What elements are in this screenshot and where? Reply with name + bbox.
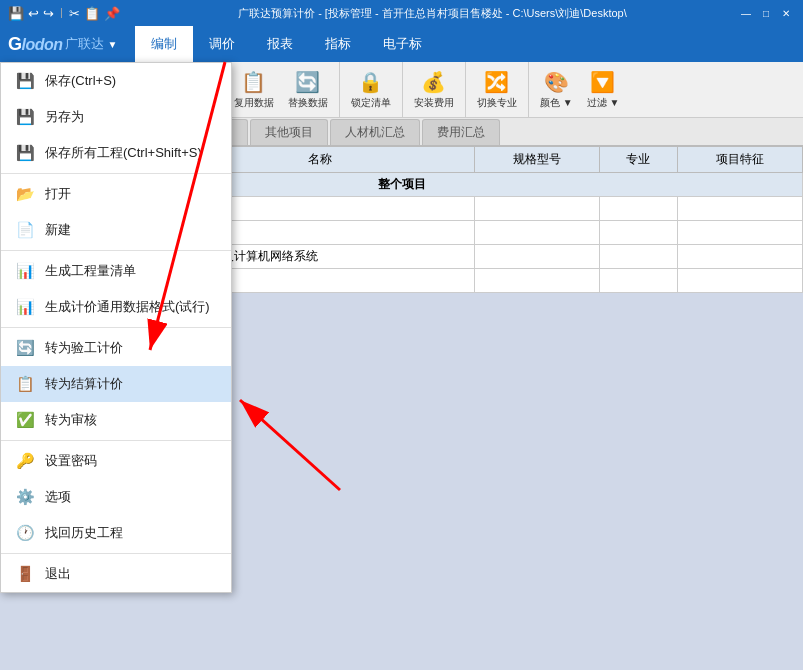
divider: | — [60, 6, 63, 21]
gen-list-label: 生成工程量清单 — [45, 262, 136, 280]
menu-convert-settle[interactable]: 📋 转为结算计价 — [1, 366, 231, 402]
new-label: 新建 — [45, 221, 71, 239]
new-icon: 📄 — [15, 220, 35, 240]
menu-history[interactable]: 🕐 找回历史工程 — [1, 515, 231, 551]
set-password-label: 设置密码 — [45, 452, 97, 470]
open-icon: 📂 — [15, 184, 35, 204]
maximize-button[interactable]: □ — [757, 4, 775, 22]
menu-save-all[interactable]: 💾 保存所有工程(Ctrl+Shift+S) — [1, 135, 231, 171]
convert-audit-icon: ✅ — [15, 410, 35, 430]
replace-icon: 🔄 — [295, 70, 320, 94]
paste-icon[interactable]: 📌 — [104, 6, 120, 21]
cell-spec — [474, 197, 599, 221]
undo-icon[interactable]: ↩ — [28, 6, 39, 21]
menu-item-etender[interactable]: 电子标 — [367, 26, 438, 62]
cell-feature — [678, 269, 803, 293]
title-bar-controls[interactable]: — □ ✕ — [737, 4, 795, 22]
menu-convert-audit[interactable]: ✅ 转为审核 — [1, 402, 231, 438]
open-label: 打开 — [45, 185, 71, 203]
menu-item-index[interactable]: 指标 — [309, 26, 367, 62]
menu-convert-verify[interactable]: 🔄 转为验工计价 — [1, 330, 231, 366]
menu-item-edit[interactable]: 编制 — [135, 26, 193, 62]
color-icon: 🎨 — [544, 70, 569, 94]
copy-icon[interactable]: 📋 — [84, 6, 100, 21]
cell-feature — [678, 245, 803, 269]
menu-exit[interactable]: 🚪 退出 — [1, 556, 231, 592]
menu-bar: Glodon 广联达 ▼ 编制 调价 报表 指标 电子标 — [0, 26, 803, 62]
filter-button[interactable]: 🔽 过滤 ▼ — [580, 66, 627, 114]
save-all-label: 保存所有工程(Ctrl+Shift+S) — [45, 144, 202, 162]
menu-gen-list[interactable]: 📊 生成工程量清单 — [1, 253, 231, 289]
close-button[interactable]: ✕ — [777, 4, 795, 22]
replace-data-button[interactable]: 🔄 替换数据 — [281, 66, 335, 114]
color-button[interactable]: 🎨 颜色 ▼ — [533, 66, 580, 114]
set-password-icon: 🔑 — [15, 451, 35, 471]
toolbar-group-install: 💰 安装费用 — [403, 62, 466, 117]
exit-label: 退出 — [45, 565, 71, 583]
divider-4 — [1, 440, 231, 441]
switch-label: 切换专业 — [477, 96, 517, 110]
minimize-button[interactable]: — — [737, 4, 755, 22]
title-bar-icons[interactable]: 💾 ↩ ↪ | ✂ 📋 📌 — [8, 6, 120, 21]
convert-verify-label: 转为验工计价 — [45, 339, 123, 357]
save-all-icon: 💾 — [15, 143, 35, 163]
options-label: 选项 — [45, 488, 71, 506]
filter-label: 过滤 ▼ — [587, 96, 620, 110]
menu-options[interactable]: ⚙️ 选项 — [1, 479, 231, 515]
convert-verify-icon: 🔄 — [15, 338, 35, 358]
install-icon: 💰 — [421, 70, 446, 94]
menu-item-report[interactable]: 报表 — [251, 26, 309, 62]
install-label: 安装费用 — [414, 96, 454, 110]
tab-other-items[interactable]: 其他项目 — [250, 119, 328, 145]
cell-spec — [474, 245, 599, 269]
title-bar-text: 广联达预算计价 - [投标管理 - 首开住总肖村项目售楼处 - C:\Users… — [128, 6, 737, 21]
menu-new[interactable]: 📄 新建 — [1, 212, 231, 248]
lock-label: 锁定清单 — [351, 96, 391, 110]
filter-icon: 🔽 — [590, 70, 615, 94]
switch-icon: 🔀 — [484, 70, 509, 94]
cell-spec — [474, 269, 599, 293]
lock-icon: 🔒 — [358, 70, 383, 94]
cell-prof — [599, 197, 678, 221]
col-header-feature: 项目特征 — [678, 147, 803, 173]
divider-2 — [1, 250, 231, 251]
convert-settle-label: 转为结算计价 — [45, 375, 123, 393]
redo-icon[interactable]: ↪ — [43, 6, 54, 21]
cell-prof — [599, 221, 678, 245]
menu-item-price[interactable]: 调价 — [193, 26, 251, 62]
reuse-data-button[interactable]: 📋 复用数据 — [227, 66, 281, 114]
cut-icon[interactable]: ✂ — [69, 6, 80, 21]
cell-prof — [599, 245, 678, 269]
tab-labor-material[interactable]: 人材机汇总 — [330, 119, 420, 145]
menu-open[interactable]: 📂 打开 — [1, 176, 231, 212]
toolbar-group-switch: 🔀 切换专业 — [466, 62, 529, 117]
dropdown-menu: 💾 保存(Ctrl+S) 💾 另存为 💾 保存所有工程(Ctrl+Shift+S… — [0, 62, 232, 593]
tab-cost-summary[interactable]: 费用汇总 — [422, 119, 500, 145]
save-menu-icon: 💾 — [15, 71, 35, 91]
color-label: 颜色 ▼ — [540, 96, 573, 110]
convert-settle-icon: 📋 — [15, 374, 35, 394]
reuse-icon: 📋 — [241, 70, 266, 94]
cell-feature — [678, 197, 803, 221]
logo-dropdown-icon[interactable]: ▼ — [108, 39, 118, 50]
menu-save[interactable]: 💾 保存(Ctrl+S) — [1, 63, 231, 99]
save-menu-label: 保存(Ctrl+S) — [45, 72, 116, 90]
logo-brand: Glodon — [8, 34, 63, 55]
menu-items: 编制 调价 报表 指标 电子标 — [135, 26, 438, 62]
cell-spec — [474, 221, 599, 245]
save-as-icon: 💾 — [15, 107, 35, 127]
menu-gen-format[interactable]: 📊 生成计价通用数据格式(试行) — [1, 289, 231, 325]
lock-bill-button[interactable]: 🔒 锁定清单 — [344, 66, 398, 114]
cell-prof — [599, 269, 678, 293]
save-icon[interactable]: 💾 — [8, 6, 24, 21]
menu-save-as[interactable]: 💾 另存为 — [1, 99, 231, 135]
exit-icon: 🚪 — [15, 564, 35, 584]
history-icon: 🕐 — [15, 523, 35, 543]
title-bar: 💾 ↩ ↪ | ✂ 📋 📌 广联达预算计价 - [投标管理 - 首开住总肖村项目… — [0, 0, 803, 26]
reuse-label: 复用数据 — [234, 96, 274, 110]
gen-format-label: 生成计价通用数据格式(试行) — [45, 298, 210, 316]
install-cost-button[interactable]: 💰 安装费用 — [407, 66, 461, 114]
switch-prof-button[interactable]: 🔀 切换专业 — [470, 66, 524, 114]
menu-set-password[interactable]: 🔑 设置密码 — [1, 443, 231, 479]
logo-area[interactable]: Glodon 广联达 ▼ — [8, 26, 125, 62]
